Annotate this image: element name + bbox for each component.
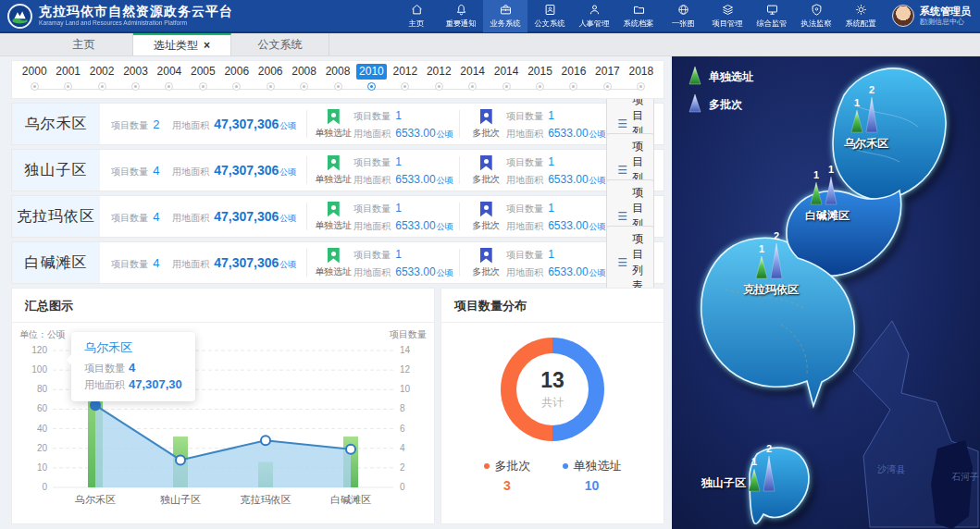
map-panel[interactable]: 沙湾县石河子 单独选址多批次 12乌尔禾区11白碱滩区12克拉玛依区12独山子区 [672, 56, 980, 529]
line-point-克拉玛依区[interactable] [261, 436, 270, 445]
svg-text:20: 20 [37, 443, 48, 453]
year-dot[interactable] [435, 82, 443, 91]
svg-text:60: 60 [37, 403, 48, 413]
tooltip-row: 项目数量4 [84, 360, 182, 376]
divider [306, 203, 307, 230]
donut-legend-多批次[interactable]: 多批次3 [484, 458, 531, 493]
year-dot[interactable] [31, 82, 39, 91]
district-project-count: 项目数量2 [100, 116, 172, 132]
year-dot[interactable] [502, 82, 511, 91]
year-2003[interactable]: 2003 [118, 64, 152, 91]
year-dot[interactable] [131, 82, 140, 91]
nav-item-bell[interactable]: 重要通知 [439, 0, 483, 32]
year-dot[interactable] [401, 82, 409, 91]
nav-item-person[interactable]: 人事管理 [572, 0, 616, 32]
monitor-icon [765, 3, 779, 17]
multi-batch-badge: 多批次 [465, 109, 506, 140]
year-2006[interactable]: 2006 [254, 64, 287, 91]
year-2000[interactable]: 2000 [18, 64, 51, 91]
single-site-ribbon-icon [328, 155, 340, 171]
year-2015[interactable]: 2015 [523, 64, 556, 91]
svg-text:120: 120 [31, 345, 47, 355]
year-dot[interactable] [267, 82, 275, 91]
list-icon: ☰ [617, 256, 627, 269]
svg-text:0: 0 [42, 482, 47, 492]
nav-item-shield[interactable]: 执法监察 [794, 0, 838, 32]
tab-close-icon[interactable]: × [204, 39, 210, 52]
line-point-白碱滩区[interactable] [346, 445, 355, 454]
distribution-panel: 项目数量分布 13 共计 多批次3单独选址10 [440, 288, 664, 524]
tab-bar: 主页选址类型×公文系统 [0, 33, 980, 56]
tab-公文系统[interactable]: 公文系统 [231, 33, 329, 55]
year-dot[interactable] [64, 82, 72, 91]
multi-batch-ribbon-icon [480, 248, 492, 264]
nav-label: 系统档案 [623, 18, 653, 29]
svg-text:10: 10 [37, 462, 48, 473]
divider [306, 110, 307, 138]
donut-legend-单独选址[interactable]: 单独选址10 [563, 458, 622, 493]
year-dot[interactable] [165, 82, 173, 91]
line-point-乌尔禾区[interactable] [91, 400, 100, 410]
district-land-area: 用地面积47,307,306公顷 [172, 116, 301, 132]
year-2005[interactable]: 2005 [186, 64, 219, 91]
year-dot[interactable] [367, 82, 376, 91]
year-2014[interactable]: 2014 [455, 64, 489, 91]
year-dot[interactable] [199, 82, 207, 91]
svg-text:14: 14 [400, 345, 411, 355]
user-name: 系统管理员 [920, 6, 971, 18]
year-timeline: 2000200120022003200420052006200620082008… [11, 60, 664, 99]
nav-item-globe[interactable]: 一张图 [661, 0, 705, 32]
year-dot[interactable] [569, 82, 577, 91]
year-dot[interactable] [232, 82, 241, 91]
year-dot[interactable] [468, 82, 477, 91]
year-2012[interactable]: 2012 [389, 64, 422, 91]
multi-batch-stats: 项目数量1 用地面积6533.00公顷 [506, 245, 606, 281]
nav-item-briefcase[interactable]: 业务系统 [483, 0, 527, 32]
year-2008[interactable]: 2008 [321, 64, 354, 91]
multi-batch-stats: 项目数量1 用地面积6533.00公顷 [506, 199, 606, 235]
nav-item-layers[interactable]: 项目管理 [705, 0, 750, 32]
nav-item-document[interactable]: 公文系统 [527, 0, 572, 32]
user-info[interactable]: 系统管理员 勘测信息中心 [892, 5, 971, 27]
year-2012[interactable]: 2012 [422, 64, 455, 91]
multi-batch-ribbon-icon [480, 155, 492, 171]
year-dot[interactable] [300, 82, 308, 91]
year-2001[interactable]: 2001 [51, 64, 84, 91]
nav-label: 主页 [409, 18, 425, 29]
nav-item-home[interactable]: 主页 [394, 0, 439, 32]
multi-batch-stats: 项目数量1 用地面积6533.00公顷 [506, 153, 606, 189]
year-2006[interactable]: 2006 [220, 64, 254, 91]
nav-item-gear[interactable]: 系统配置 [838, 0, 883, 32]
single-site-stats: 项目数量1 用地面积6533.00公顷 [354, 106, 453, 142]
svg-text:2: 2 [400, 462, 405, 473]
svg-text:4: 4 [400, 443, 405, 453]
nav-item-folder[interactable]: 系统档案 [616, 0, 661, 32]
tab-选址类型[interactable]: 选址类型× [133, 33, 231, 55]
year-2008[interactable]: 2008 [287, 64, 320, 91]
year-dot[interactable] [637, 82, 645, 91]
year-2002[interactable]: 2002 [85, 64, 118, 91]
year-dot[interactable] [98, 82, 106, 91]
year-2010[interactable]: 2010 [354, 64, 388, 91]
year-2004[interactable]: 2004 [153, 64, 186, 91]
district-land-area: 用地面积47,307,306公顷 [172, 162, 301, 178]
year-2014[interactable]: 2014 [490, 64, 523, 91]
x-label: 白碱滩区 [330, 494, 371, 505]
legend-dot-icon [563, 463, 568, 469]
year-2016[interactable]: 2016 [557, 64, 590, 91]
year-dot[interactable] [603, 82, 612, 91]
multi-batch-badge: 多批次 [465, 248, 506, 278]
year-dot[interactable] [536, 82, 544, 91]
year-2018[interactable]: 2018 [625, 64, 658, 91]
year-dot[interactable] [334, 82, 342, 91]
year-2017[interactable]: 2017 [590, 64, 624, 91]
neighbor-label: 沙湾县 [877, 464, 906, 474]
line-point-独山子区[interactable] [176, 455, 185, 464]
district-project-count: 项目数量4 [100, 208, 172, 225]
single-site-stats: 项目数量1 用地面积6533.00公顷 [354, 199, 453, 235]
tab-主页[interactable]: 主页 [35, 33, 133, 55]
multi-batch-stats: 项目数量1 用地面积6533.00公顷 [506, 106, 606, 142]
nav-item-monitor[interactable]: 综合监管 [750, 0, 794, 32]
district-row: 白碱滩区 项目数量4 用地面积47,307,306公顷 单独选址 项目数量1 用… [11, 241, 664, 284]
donut-total: 13 [540, 368, 564, 393]
